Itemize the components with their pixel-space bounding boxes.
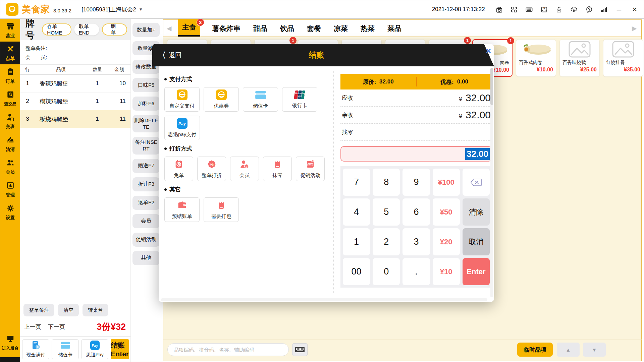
back-button[interactable]: 〈 返回 [152, 51, 181, 60]
quick-cash-50[interactable]: ¥50 [433, 198, 460, 226]
cash-pay-button[interactable]: ¥ 现金满付 [22, 339, 49, 359]
clear-order-button[interactable]: 清空 [58, 304, 79, 316]
help-icon[interactable] [585, 6, 593, 13]
tab-dishes[interactable]: 菜品 [387, 20, 402, 37]
transfer-table-button[interactable]: 转桌台 [83, 304, 108, 316]
virtual-keyboard-button[interactable] [292, 343, 308, 356]
sidebar-item-shift[interactable]: 交班 [0, 110, 20, 132]
recall-order-button[interactable]: 取单END [74, 23, 99, 36]
round-off-button[interactable]: 抹零 [263, 157, 292, 181]
sidebar-item-members[interactable]: 会员 [0, 155, 20, 178]
free-bill-button[interactable]: 免 免单 [164, 157, 193, 181]
product-card[interactable]: 红烧排骨 ¥35.00 [603, 39, 643, 77]
sidebar-item-soldout[interactable]: 沽清 [0, 132, 20, 155]
sixun-pay-button[interactable]: Pay 思迅Pay [81, 339, 108, 359]
tab-cold[interactable]: 凉菜 [333, 20, 348, 37]
promo-activity-button[interactable]: ★SALE 促销活动 [296, 157, 325, 181]
tab-staple[interactable]: 主食3 [178, 19, 200, 37]
table-row-selected[interactable]: 3 板烧鸡腿堡 1 11 [20, 110, 130, 128]
modal-close-button[interactable]: × [486, 47, 491, 56]
checkout-button[interactable]: 结账Enter [111, 339, 129, 359]
quick-cash-20[interactable]: ¥20 [433, 228, 460, 255]
numpad-0[interactable]: 0 [373, 258, 400, 285]
cloud-sync-icon[interactable] [570, 6, 578, 13]
amount-input[interactable]: 32.00 [340, 146, 492, 162]
qty-plus-button[interactable]: 数量加+ [132, 23, 160, 37]
table-row[interactable]: 1 香辣鸡腿堡 1 10 [20, 75, 130, 93]
tabs-scroll-left-icon[interactable]: ◀ [163, 24, 175, 32]
quick-cash-10[interactable]: ¥10 [433, 258, 460, 285]
quick-cash-100[interactable]: ¥100 [433, 169, 460, 196]
clear-key[interactable]: 清除 [463, 198, 490, 226]
custom-pay-button[interactable]: 自定义支付 [164, 87, 200, 112]
numpad-4[interactable]: 4 [343, 198, 370, 226]
stored-card-pay-button[interactable]: 储值卡 [52, 339, 79, 359]
sixun-pay-modal-button[interactable]: Pay 思迅pay支付 [164, 116, 200, 140]
col-header-amount: 金额 [108, 65, 130, 75]
product-card[interactable]: 百香鸡肉卷 ¥10.00 [516, 39, 556, 77]
tab-combo[interactable]: 套餐 [306, 20, 322, 37]
tab-fries[interactable]: 薯条炸串 [212, 20, 241, 37]
search-input[interactable] [167, 343, 289, 356]
numpad-5[interactable]: 5 [373, 198, 400, 226]
numpad-9[interactable]: 9 [402, 169, 430, 196]
scroll-up-button[interactable]: ▲ [557, 343, 580, 357]
signal-icon [600, 6, 608, 13]
svg-text:UnionPay: UnionPay [295, 92, 305, 95]
stored-card-button[interactable]: 储值卡 [243, 87, 278, 112]
numpad-dot[interactable]: . [402, 258, 430, 285]
sync-icon[interactable] [510, 6, 518, 13]
tab-dessert[interactable]: 甜品 [253, 20, 268, 37]
cash-drawer-icon[interactable]: ¥ [540, 6, 548, 13]
numpad-8[interactable]: 8 [373, 169, 400, 196]
sidebar-item-orders[interactable]: 订单 [0, 64, 20, 87]
scale-icon[interactable] [495, 6, 503, 13]
qty-badge: 1 [464, 37, 471, 44]
delete-order-button[interactable]: 删单 [102, 23, 127, 36]
tabs-scroll-right-icon[interactable]: ▶ [629, 24, 640, 32]
numpad-1[interactable]: 1 [343, 228, 370, 255]
whole-order-discount-button[interactable]: % 整单打折 [197, 157, 226, 181]
minimize-button[interactable]: – [615, 5, 623, 13]
tab-hot[interactable]: 热菜 [360, 20, 375, 37]
modal-scrollbar-vertical[interactable] [490, 68, 493, 297]
discount-value: 0.00 [457, 78, 468, 85]
hold-order-button[interactable]: 存单HOME [42, 23, 71, 36]
sidebar-item-settings[interactable]: 设置 [0, 201, 20, 224]
numpad-00[interactable]: 00 [343, 258, 370, 285]
sidebar-item-business[interactable]: 营业 [0, 19, 20, 42]
numpad-3[interactable]: 3 [402, 228, 430, 255]
remaining-amount: 32.00 [466, 109, 491, 121]
sidebar-item-management[interactable]: 管理 [0, 178, 20, 201]
numpad-6[interactable]: 6 [402, 198, 430, 226]
prev-page-button[interactable]: 上一页 [24, 323, 41, 331]
pre-bill-button[interactable]: 预结账单 [164, 197, 200, 222]
numpad-7[interactable]: 7 [343, 169, 370, 196]
sidebar-item-backoffice[interactable]: 进入后台 [0, 334, 20, 351]
next-page-button[interactable]: 下一页 [48, 323, 65, 331]
takeout-pack-button[interactable]: 需要打包 [204, 197, 239, 222]
sidebar-item-transactions[interactable]: 查交易 [0, 87, 20, 110]
temp-item-button[interactable]: 临时品项 [517, 343, 553, 357]
backspace-key[interactable] [463, 169, 490, 196]
sixun-pay-icon: Pay [90, 341, 100, 351]
member-discount-button[interactable]: V 会员 [230, 157, 259, 181]
sidebar-item-order[interactable]: 点单 [0, 42, 20, 64]
store-selector[interactable]: [10005931]上海展会2 ▼ [82, 6, 143, 13]
free-bill-icon: 免 [173, 159, 184, 171]
tab-drinks[interactable]: 饮品 [279, 20, 295, 37]
bank-card-button[interactable]: UnionPay银联 银行卡 [282, 87, 317, 112]
order-note-button[interactable]: 整单备注 [23, 304, 54, 316]
coupon-button[interactable]: 优惠券 [204, 87, 239, 112]
table-row[interactable]: 2 糊辣鸡腿堡 1 11 [20, 93, 130, 110]
close-button[interactable]: × [630, 5, 639, 13]
lock-icon[interactable] [555, 6, 563, 13]
numpad-2[interactable]: 2 [373, 228, 400, 255]
keyboard-icon[interactable] [525, 6, 533, 13]
cancel-key[interactable]: 取消 [463, 228, 490, 255]
scroll-down-button[interactable]: ▼ [583, 343, 606, 357]
svg-text:%: % [210, 162, 214, 167]
product-card[interactable]: 百香味烧鸭 ¥25.00 [559, 39, 600, 77]
enter-key[interactable]: Enter [463, 258, 490, 285]
modal-scrollbar-horizontal[interactable] [161, 298, 487, 301]
